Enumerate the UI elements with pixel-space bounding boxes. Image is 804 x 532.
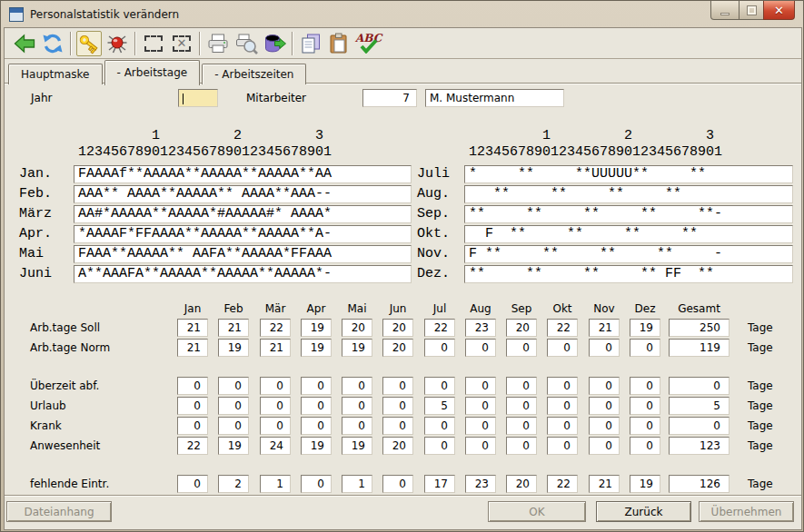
stat-value-field[interactable]: 21 (218, 319, 249, 337)
day-grid-field[interactable]: AA#*AAAAA**AAAAA*#AAAAA#* AAAA* (74, 205, 412, 223)
stat-value-field[interactable]: 22 (547, 319, 578, 337)
day-grid-field[interactable]: FAAAAf**AAAAA**AAAAA**AAAAA**AA (74, 165, 412, 183)
stat-value-field[interactable]: 20 (382, 437, 413, 455)
mitarbeiter-name-field[interactable]: M. Mustermann (425, 89, 564, 107)
stat-value-field[interactable]: 22 (424, 319, 455, 337)
stat-value-field[interactable]: 19 (218, 339, 249, 357)
stat-value-field[interactable]: 0 (506, 339, 537, 357)
stat-value-field[interactable]: 0 (260, 397, 291, 415)
stat-value-field[interactable]: 21 (177, 319, 208, 337)
uebernehmen-button[interactable]: Übernehmen (699, 501, 794, 522)
stat-value-field[interactable]: 0 (424, 417, 455, 435)
stat-value-field[interactable]: 1 (342, 475, 372, 493)
day-grid-field[interactable]: ** ** ** ** (464, 185, 793, 203)
stat-value-field[interactable]: 0 (630, 417, 660, 435)
stat-value-field[interactable]: 19 (342, 437, 372, 455)
day-grid-field[interactable]: ** ** ** ** FF ** (464, 265, 793, 283)
stat-value-field[interactable]: 0 (465, 417, 496, 435)
stat-value-field[interactable]: 0 (382, 397, 413, 415)
stat-value-field[interactable]: 0 (630, 377, 660, 395)
stat-value-field[interactable]: 19 (301, 339, 332, 357)
stat-value-field[interactable]: 0 (547, 437, 578, 455)
stat-value-field[interactable]: 0 (465, 377, 496, 395)
jahr-input[interactable] (178, 89, 218, 107)
stat-value-field[interactable]: 0 (342, 397, 372, 415)
stat-value-field[interactable]: 20 (506, 319, 537, 337)
print-icon[interactable] (205, 31, 231, 56)
stat-value-field[interactable]: 5 (424, 397, 455, 415)
day-grid-field[interactable]: *AAAAF*FFAAAA**AAAAA**AAAAA**A- (74, 225, 412, 243)
stat-value-field[interactable]: 0 (177, 475, 208, 493)
stat-value-field[interactable]: 20 (342, 319, 372, 337)
day-grid-field[interactable]: ** ** ** ** **- (464, 205, 793, 223)
stat-value-field[interactable]: 23 (465, 319, 496, 337)
stat-value-field[interactable]: 0 (630, 339, 660, 357)
day-grid-field[interactable]: FAAA**AAAAA** AAFA**AAAAA*FFAAA (74, 245, 412, 263)
stat-value-field[interactable]: 0 (589, 417, 620, 435)
stat-value-field[interactable]: 0 (342, 417, 372, 435)
stat-value-field[interactable]: 0 (301, 377, 332, 395)
stat-value-field[interactable]: 20 (382, 339, 413, 357)
stat-value-field[interactable]: 0 (465, 437, 496, 455)
clear-selection-icon[interactable]: ✕ (169, 31, 194, 56)
stat-value-field[interactable]: 0 (589, 339, 620, 357)
day-grid-field[interactable]: * ** **UUUUU** ** (464, 165, 793, 183)
stat-value-field[interactable]: 0 (506, 377, 537, 395)
zurueck-button[interactable]: Zurück (596, 501, 691, 522)
stat-total-field[interactable]: 250 (669, 319, 730, 337)
stat-value-field[interactable]: 21 (260, 339, 291, 357)
stat-value-field[interactable]: 0 (382, 377, 413, 395)
back-icon[interactable] (12, 31, 37, 56)
key-icon[interactable] (76, 31, 102, 56)
stat-value-field[interactable]: 19 (630, 475, 660, 493)
stat-total-field[interactable]: 5 (669, 397, 730, 415)
spellcheck-icon[interactable]: ABC (354, 31, 380, 56)
stat-value-field[interactable]: 22 (260, 319, 291, 337)
stat-value-field[interactable]: 0 (177, 397, 208, 415)
day-grid-field[interactable]: A**AAAFA**AAAAA**AAAAA**AAAAA*- (74, 265, 412, 283)
day-grid-field[interactable]: F ** ** ** ** - (464, 245, 793, 263)
stat-value-field[interactable]: 0 (547, 339, 578, 357)
tab-arbeitszeiten[interactable]: - Arbeitszeiten (202, 64, 306, 84)
ok-button[interactable]: OK (488, 501, 586, 522)
stat-value-field[interactable]: 0 (547, 417, 578, 435)
stat-value-field[interactable]: 23 (465, 475, 496, 493)
day-grid-field[interactable]: AAA** AAAA**AAAAA** AAAA**AAA-- (74, 185, 412, 203)
stat-value-field[interactable]: 0 (506, 417, 537, 435)
stat-value-field[interactable]: 19 (218, 437, 249, 455)
stat-value-field[interactable]: 0 (506, 437, 537, 455)
stat-value-field[interactable]: 0 (342, 377, 372, 395)
stat-value-field[interactable]: 20 (506, 475, 537, 493)
stat-value-field[interactable]: 0 (547, 397, 578, 415)
stat-value-field[interactable]: 2 (218, 475, 249, 493)
stat-total-field[interactable]: 0 (669, 377, 730, 395)
dateianhang-button[interactable]: Dateianhang (6, 501, 112, 522)
stat-value-field[interactable]: 0 (177, 417, 208, 435)
stat-value-field[interactable]: 19 (630, 319, 660, 337)
stat-value-field[interactable]: 20 (382, 319, 413, 337)
stat-value-field[interactable]: 0 (382, 417, 413, 435)
stat-value-field[interactable]: 0 (382, 475, 413, 493)
stat-value-field[interactable]: 0 (301, 475, 332, 493)
stat-value-field[interactable]: 21 (177, 339, 208, 357)
stat-value-field[interactable]: 0 (589, 397, 620, 415)
day-grid-field[interactable]: F ** ** ** ** (464, 225, 793, 243)
paste-icon[interactable] (326, 31, 352, 56)
minimize-button[interactable] (710, 1, 739, 20)
stat-value-field[interactable]: 0 (424, 377, 455, 395)
stat-value-field[interactable]: 1 (260, 475, 291, 493)
stat-value-field[interactable]: 0 (589, 437, 620, 455)
stat-total-field[interactable]: 119 (669, 339, 730, 357)
stat-value-field[interactable]: 21 (589, 475, 620, 493)
stat-value-field[interactable]: 0 (424, 339, 455, 357)
print-preview-icon[interactable] (233, 31, 259, 56)
stat-value-field[interactable]: 0 (218, 377, 249, 395)
stat-value-field[interactable]: 0 (260, 417, 291, 435)
select-region-icon[interactable] (141, 31, 166, 56)
stat-value-field[interactable]: 0 (301, 417, 332, 435)
stat-value-field[interactable]: 0 (177, 377, 208, 395)
stat-value-field[interactable]: 0 (301, 397, 332, 415)
export-data-icon[interactable] (262, 31, 287, 56)
stat-value-field[interactable]: 19 (301, 437, 332, 455)
stat-value-field[interactable]: 21 (589, 319, 620, 337)
